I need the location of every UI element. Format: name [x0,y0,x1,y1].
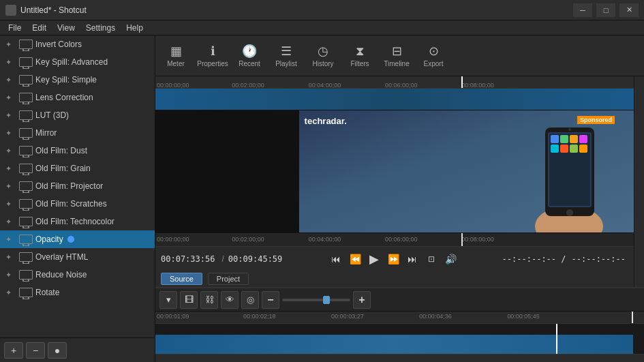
remove-filter-button[interactable]: − [26,342,45,359]
ruler-tick-1: 00:02:00;00 [232,236,264,243]
tick-0: 00:00:00;00 [157,82,189,89]
filter-star-icon-0: ✦ [5,40,16,49]
filter-item-9[interactable]: ✦Old Film: Scratches [0,195,155,213]
filter-item-11[interactable]: ✦Opacity [0,230,155,248]
toolbar-history[interactable]: ◷ History [305,37,341,74]
toolbar-recent[interactable]: 🕐 Recent [232,37,267,74]
history-icon: ◷ [318,44,328,59]
tick-3: 00:06:00;00 [385,82,418,89]
zoom-out-button[interactable]: − [262,291,279,309]
bottom-playhead-line [556,324,557,354]
filter-monitor-icon-5 [19,128,33,138]
filter-star-icon-12: ✦ [5,253,16,262]
filter-item-14[interactable]: ✦Rotate [0,284,155,301]
play-button[interactable]: ▶ [366,251,382,267]
filter-item-8[interactable]: ✦Old Film: Projector [0,177,155,195]
chain-button[interactable]: ⛓ [200,291,218,309]
target-button[interactable]: ◎ [241,291,259,309]
bottom-playhead [632,312,633,323]
filter-item-1[interactable]: ✦Key Spill: Advanced [0,53,155,71]
ruler-tick-2: 00:04:00;00 [309,236,341,243]
main-toolbar: ▦ Meter ℹ Properties 🕐 Recent ☰ Playlist… [155,35,644,76]
maximize-button[interactable]: □ [596,3,615,17]
export-icon: ⊙ [429,44,439,59]
close-button[interactable]: ✕ [619,3,639,17]
bottom-timeline-ruler: 00:00:01;09 00:00:02;18 00:00:03;27 00:0… [155,312,644,324]
toolbar-meter[interactable]: ▦ Meter [158,37,194,74]
filter-item-5[interactable]: ✦Mirror [0,124,155,142]
filter-star-icon-14: ✦ [5,288,16,297]
filters-icon: ⧗ [356,44,365,59]
filter-star-icon-7: ✦ [5,164,16,173]
preview-scrollbar[interactable] [634,76,644,287]
volume-button[interactable]: 🔊 [442,251,459,267]
ruler-tick-3: 00:06:00;00 [385,236,418,243]
filter-label-14: Rotate [35,288,59,297]
toolbar-timeline[interactable]: ⊟ Timeline [379,37,414,74]
chevron-down-button[interactable]: ▾ [159,291,177,309]
timeline-tracks[interactable] [155,324,644,354]
filter-item-12[interactable]: ✦Overlay HTML [0,248,155,266]
skip-forward-button[interactable]: ⏭ [404,251,420,267]
filter-monitor-icon-11 [19,235,33,244]
filter-item-10[interactable]: ✦Old Film: Technocolor [0,213,155,230]
project-tab[interactable]: Project [208,273,249,285]
film-button[interactable]: 🎞 [180,291,198,309]
playlist-icon: ☰ [281,44,292,59]
eye-button[interactable]: 👁 [221,291,239,309]
toolbar-export[interactable]: ⊙ Export [416,37,451,74]
zoom-slider[interactable] [282,299,350,301]
history-label: History [312,60,333,67]
menu-help[interactable]: Help [121,22,149,34]
filter-monitor-icon-1 [19,57,33,67]
video-overlay-brand: techradar. [305,116,347,126]
forward-button[interactable]: ⏩ [385,251,401,267]
source-project-row: Source Project [155,271,634,287]
menu-edit[interactable]: Edit [27,22,52,34]
filter-item-6[interactable]: ✦Old Film: Dust [0,142,155,160]
filter-monitor-icon-13 [19,270,33,280]
filter-label-2: Key Spill: Simple [35,75,97,85]
source-tab[interactable]: Source [161,273,202,285]
toolbar-filters[interactable]: ⧗ Filters [342,37,378,74]
ruler-tick-0: 00:00:00;00 [157,236,189,243]
filter-star-icon-9: ✦ [5,200,16,209]
filter-star-icon-11: ✦ [5,235,16,244]
zoom-thumb[interactable] [323,296,330,304]
svg-rect-9 [551,145,559,153]
tick-2: 00:04:00;00 [309,82,341,89]
filter-item-0[interactable]: ✦Invert Colors [0,35,155,53]
toolbar-playlist[interactable]: ☰ Playlist [269,37,304,74]
add-filter-button[interactable]: + [4,342,23,359]
minimize-button[interactable]: ─ [573,3,592,17]
menu-file[interactable]: File [3,22,27,34]
zoom-in-button[interactable]: + [353,291,371,309]
filter-monitor-icon-0 [19,40,33,49]
filter-item-4[interactable]: ✦LUT (3D) [0,106,155,124]
filter-star-icon-13: ✦ [5,271,16,280]
filters-list[interactable]: ✦Invert Colors✦Key Spill: Advanced✦Key S… [0,35,155,337]
filter-label-8: Old Film: Projector [35,181,103,191]
filter-item-13[interactable]: ✦Reduce Noise [0,266,155,284]
svg-rect-11 [570,145,578,153]
filter-item-7[interactable]: ✦Old Film: Grain [0,160,155,177]
bottom-tick-2: 00:00:03;27 [331,313,364,320]
rewind-button[interactable]: ⏪ [347,251,363,267]
filter-label-12: Overlay HTML [35,252,88,262]
menu-view[interactable]: View [52,22,80,34]
filter-item-3[interactable]: ✦Lens Correction [0,89,155,106]
record-filter-button[interactable]: ● [48,342,67,359]
menu-settings[interactable]: Settings [80,22,121,34]
filter-monitor-icon-7 [19,164,33,173]
filter-label-5: Mirror [35,128,57,138]
timeline-h-scrollbar[interactable] [155,354,644,362]
window-controls: ─ □ ✕ [573,3,639,17]
top-timeline-strip: 00:00:00;00 00:02:00;00 00:04:00;00 00:0… [155,76,634,110]
phone-illustration [518,117,620,232]
toolbar-properties[interactable]: ℹ Properties [195,37,230,74]
frame-button[interactable]: ⊡ [423,251,440,267]
recent-icon: 🕐 [242,44,257,59]
filter-item-2[interactable]: ✦Key Spill: Simple [0,71,155,89]
filter-monitor-icon-4 [19,110,33,120]
skip-back-button[interactable]: ⏮ [328,251,344,267]
